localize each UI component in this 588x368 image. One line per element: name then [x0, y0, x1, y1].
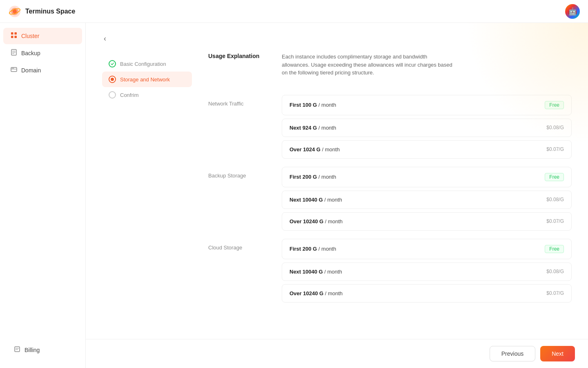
- tier-price-bs2: $0.08/G: [546, 197, 564, 202]
- cloud-storage-tiers: First 200 G / month Free Next 10040 G / …: [282, 239, 572, 303]
- tier-row: First 200 G / month Free: [282, 239, 572, 259]
- svg-rect-12: [11, 67, 17, 72]
- svg-rect-6: [11, 36, 13, 38]
- sidebar-item-billing[interactable]: Billing: [7, 342, 79, 358]
- sidebar-backup-label: Backup: [21, 50, 40, 56]
- usage-label: Usage Explanation: [208, 53, 274, 77]
- svg-point-14: [12, 68, 13, 69]
- tier-price-nt2: $0.08/G: [546, 125, 564, 130]
- back-button[interactable]: ‹: [102, 33, 108, 45]
- tier-row: Over 10240 G / month $0.07/G: [282, 284, 572, 303]
- tier-label-cs1: First 200 G / month: [290, 246, 336, 252]
- backup-storage-section: Backup Storage First 200 G / month Free …: [208, 167, 572, 231]
- cluster-icon: [11, 32, 17, 40]
- tier-label-bs2: Next 10040 G / month: [290, 197, 342, 203]
- svg-rect-16: [15, 347, 20, 352]
- cloud-storage-label: Cloud Storage: [208, 239, 274, 303]
- sidebar-item-cluster[interactable]: Cluster: [3, 28, 82, 44]
- main-layout: Cluster Backup: [0, 23, 588, 368]
- usage-desc: Each instance includes complimentary sto…: [282, 53, 453, 77]
- sidebar-billing-label: Billing: [24, 347, 40, 353]
- tier-row: First 200 G / month Free: [282, 167, 572, 187]
- tier-row: First 100 G / month Free: [282, 95, 572, 115]
- svg-point-15: [13, 68, 14, 69]
- content-scroll: ‹ Basic Configuration: [86, 23, 588, 339]
- free-badge-bs1: Free: [545, 173, 564, 181]
- wizard-steps: Basic Configuration Storage and Network …: [102, 56, 192, 103]
- backup-icon: [11, 49, 17, 57]
- network-traffic-tiers: First 100 G / month Free Next 924 G / mo…: [282, 95, 572, 159]
- next-button[interactable]: Next: [540, 346, 575, 361]
- sidebar-cluster-label: Cluster: [21, 33, 39, 39]
- sidebar-item-domain[interactable]: Domain: [3, 62, 82, 79]
- step-confirm-label: Confrim: [120, 92, 139, 98]
- step-storage-label: Storage and Network: [120, 76, 170, 83]
- network-traffic-label: Network Traffic: [208, 95, 274, 159]
- billing-icon: [14, 346, 20, 354]
- step-pending-icon: [109, 91, 116, 99]
- sidebar-item-backup[interactable]: Backup: [3, 45, 82, 61]
- tier-label-bs1: First 200 G / month: [290, 174, 336, 180]
- app-logo: [8, 5, 21, 18]
- step-basic-config[interactable]: Basic Configuration: [102, 56, 192, 72]
- tier-label-cs2: Next 10040 G / month: [290, 269, 342, 275]
- step-confirm[interactable]: Confrim: [102, 87, 192, 103]
- tier-label-nt3: Over 1024 G / month: [290, 146, 340, 153]
- tier-price-bs3: $0.07/G: [546, 218, 564, 224]
- tier-row: Next 924 G / month $0.08/G: [282, 119, 572, 137]
- topbar: Terminus Space 🤖: [0, 0, 588, 23]
- tier-row: Over 1024 G / month $0.07/G: [282, 140, 572, 159]
- backup-storage-label: Backup Storage: [208, 167, 274, 231]
- app-title: Terminus Space: [25, 8, 75, 15]
- topbar-brand: Terminus Space: [8, 5, 75, 18]
- pricing-panel: Usage Explanation Each instance includes…: [192, 53, 572, 311]
- sidebar-nav: Cluster Backup: [0, 28, 85, 79]
- svg-rect-4: [11, 32, 13, 35]
- tier-label-bs3: Over 10240 G / month: [290, 218, 343, 224]
- usage-explanation: Usage Explanation Each instance includes…: [208, 53, 572, 83]
- svg-rect-5: [15, 32, 17, 35]
- step-done-icon: [109, 60, 116, 67]
- step-current-icon: [109, 76, 116, 83]
- network-traffic-section: Network Traffic First 100 G / month Free…: [208, 95, 572, 159]
- previous-button[interactable]: Previous: [490, 346, 535, 361]
- tier-label-nt1: First 100 G / month: [290, 102, 336, 108]
- tier-price-cs3: $0.07/G: [546, 290, 564, 296]
- bottom-bar: Previous Next: [86, 339, 588, 368]
- svg-rect-7: [15, 36, 17, 38]
- wizard-body: Basic Configuration Storage and Network …: [102, 53, 572, 311]
- tier-row: Next 10040 G / month $0.08/G: [282, 263, 572, 281]
- content-area: ‹ Basic Configuration: [86, 23, 588, 368]
- domain-icon: [11, 66, 17, 74]
- backup-storage-tiers: First 200 G / month Free Next 10040 G / …: [282, 167, 572, 231]
- steps-panel: Basic Configuration Storage and Network …: [102, 53, 192, 311]
- free-badge-cs1: Free: [545, 245, 564, 253]
- cloud-storage-section: Cloud Storage First 200 G / month Free N…: [208, 239, 572, 303]
- tier-row: Next 10040 G / month $0.08/G: [282, 191, 572, 209]
- sidebar-domain-label: Domain: [21, 67, 41, 74]
- step-basic-label: Basic Configuration: [120, 61, 166, 67]
- tier-label-nt2: Next 924 G / month: [290, 125, 336, 131]
- step-storage-network[interactable]: Storage and Network: [102, 72, 192, 87]
- tier-price-cs2: $0.08/G: [546, 269, 564, 274]
- tier-label-cs3: Over 10240 G / month: [290, 290, 343, 296]
- tier-row: Over 10240 G / month $0.07/G: [282, 212, 572, 231]
- sidebar: Cluster Backup: [0, 23, 86, 368]
- sidebar-bottom: Billing: [0, 337, 85, 363]
- user-avatar[interactable]: 🤖: [565, 4, 580, 19]
- tier-price-nt3: $0.07/G: [546, 146, 564, 152]
- free-badge-nt1: Free: [545, 101, 564, 109]
